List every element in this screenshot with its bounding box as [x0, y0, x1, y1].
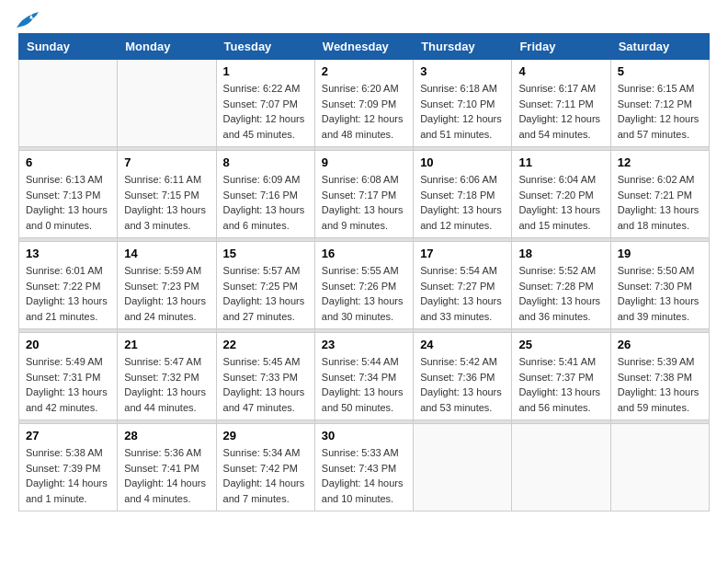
day-number: 23: [322, 338, 406, 351]
calendar-cell: 11Sunrise: 6:04 AM Sunset: 7:20 PM Dayli…: [512, 151, 610, 238]
day-number: 19: [618, 247, 702, 260]
day-number: 17: [420, 247, 505, 260]
day-number: 22: [223, 338, 308, 351]
day-info: Sunrise: 5:44 AM Sunset: 7:34 PM Dayligh…: [322, 354, 406, 415]
day-info: Sunrise: 5:34 AM Sunset: 7:42 PM Dayligh…: [223, 445, 308, 506]
day-info: Sunrise: 5:59 AM Sunset: 7:23 PM Dayligh…: [124, 263, 209, 324]
calendar-week-row: 6Sunrise: 6:13 AM Sunset: 7:13 PM Daylig…: [19, 151, 710, 238]
day-number: 6: [26, 155, 110, 169]
logo-bird-icon: [13, 11, 39, 31]
calendar-cell: 23Sunrise: 5:44 AM Sunset: 7:34 PM Dayli…: [314, 333, 413, 420]
day-number: 24: [420, 338, 505, 351]
day-number: 7: [124, 155, 209, 169]
day-info: Sunrise: 5:36 AM Sunset: 7:41 PM Dayligh…: [124, 445, 209, 506]
day-info: Sunrise: 6:15 AM Sunset: 7:12 PM Dayligh…: [618, 81, 702, 142]
calendar-cell: 22Sunrise: 5:45 AM Sunset: 7:33 PM Dayli…: [216, 333, 314, 420]
calendar-cell: 30Sunrise: 5:33 AM Sunset: 7:43 PM Dayli…: [314, 424, 413, 511]
day-info: Sunrise: 6:22 AM Sunset: 7:07 PM Dayligh…: [223, 81, 308, 142]
day-info: Sunrise: 6:09 AM Sunset: 7:16 PM Dayligh…: [223, 172, 308, 233]
day-number: 21: [124, 338, 209, 351]
day-info: Sunrise: 6:20 AM Sunset: 7:09 PM Dayligh…: [322, 81, 406, 142]
day-number: 11: [518, 155, 603, 169]
day-number: 1: [223, 64, 308, 78]
day-number: 20: [26, 338, 110, 351]
day-number: 26: [618, 338, 702, 351]
day-info: Sunrise: 5:57 AM Sunset: 7:25 PM Dayligh…: [223, 263, 308, 324]
day-info: Sunrise: 5:39 AM Sunset: 7:38 PM Dayligh…: [618, 354, 702, 415]
calendar-week-row: 13Sunrise: 6:01 AM Sunset: 7:22 PM Dayli…: [19, 242, 710, 329]
weekday-header-friday: Friday: [512, 34, 610, 60]
day-info: Sunrise: 5:42 AM Sunset: 7:36 PM Dayligh…: [420, 354, 505, 415]
calendar-cell: 1Sunrise: 6:22 AM Sunset: 7:07 PM Daylig…: [216, 60, 314, 147]
day-info: Sunrise: 6:17 AM Sunset: 7:11 PM Dayligh…: [518, 81, 603, 142]
calendar-cell: [19, 60, 118, 147]
calendar-cell: 28Sunrise: 5:36 AM Sunset: 7:41 PM Dayli…: [118, 424, 216, 511]
calendar-cell: 14Sunrise: 5:59 AM Sunset: 7:23 PM Dayli…: [118, 242, 216, 329]
calendar-cell: 4Sunrise: 6:17 AM Sunset: 7:11 PM Daylig…: [512, 60, 610, 147]
calendar-cell: 15Sunrise: 5:57 AM Sunset: 7:25 PM Dayli…: [216, 242, 314, 329]
day-info: Sunrise: 5:47 AM Sunset: 7:32 PM Dayligh…: [124, 354, 209, 415]
calendar-cell: 26Sunrise: 5:39 AM Sunset: 7:38 PM Dayli…: [610, 333, 709, 420]
weekday-header-monday: Monday: [118, 34, 216, 60]
day-number: 8: [223, 155, 308, 169]
day-info: Sunrise: 6:13 AM Sunset: 7:13 PM Dayligh…: [26, 172, 110, 233]
weekday-header-tuesday: Tuesday: [216, 34, 314, 60]
weekday-header-saturday: Saturday: [610, 34, 709, 60]
day-number: 29: [223, 429, 308, 442]
calendar-cell: 20Sunrise: 5:49 AM Sunset: 7:31 PM Dayli…: [19, 333, 118, 420]
day-info: Sunrise: 5:38 AM Sunset: 7:39 PM Dayligh…: [26, 445, 110, 506]
day-info: Sunrise: 5:49 AM Sunset: 7:31 PM Dayligh…: [26, 354, 110, 415]
day-number: 2: [322, 64, 406, 78]
calendar-week-row: 1Sunrise: 6:22 AM Sunset: 7:07 PM Daylig…: [19, 60, 710, 147]
calendar-cell: 17Sunrise: 5:54 AM Sunset: 7:27 PM Dayli…: [414, 242, 512, 329]
calendar-cell: [610, 424, 709, 511]
day-number: 16: [322, 247, 406, 260]
day-number: 15: [223, 247, 308, 260]
calendar-cell: 5Sunrise: 6:15 AM Sunset: 7:12 PM Daylig…: [610, 60, 709, 147]
calendar-cell: 9Sunrise: 6:08 AM Sunset: 7:17 PM Daylig…: [314, 151, 413, 238]
calendar-cell: 27Sunrise: 5:38 AM Sunset: 7:39 PM Dayli…: [19, 424, 118, 511]
calendar-cell: 24Sunrise: 5:42 AM Sunset: 7:36 PM Dayli…: [414, 333, 512, 420]
day-info: Sunrise: 5:41 AM Sunset: 7:37 PM Dayligh…: [518, 354, 603, 415]
calendar-cell: 6Sunrise: 6:13 AM Sunset: 7:13 PM Daylig…: [19, 151, 118, 238]
day-number: 10: [420, 155, 505, 169]
day-number: 27: [26, 429, 110, 442]
day-info: Sunrise: 5:54 AM Sunset: 7:27 PM Dayligh…: [420, 263, 505, 324]
day-number: 18: [518, 247, 603, 260]
day-number: 12: [618, 155, 702, 169]
day-number: 13: [26, 247, 110, 260]
calendar-cell: 10Sunrise: 6:06 AM Sunset: 7:18 PM Dayli…: [414, 151, 512, 238]
calendar-cell: 16Sunrise: 5:55 AM Sunset: 7:26 PM Dayli…: [314, 242, 413, 329]
day-info: Sunrise: 6:04 AM Sunset: 7:20 PM Dayligh…: [518, 172, 603, 233]
day-info: Sunrise: 6:02 AM Sunset: 7:21 PM Dayligh…: [618, 172, 702, 233]
day-number: 30: [322, 429, 406, 442]
day-number: 4: [518, 64, 603, 78]
calendar-cell: 21Sunrise: 5:47 AM Sunset: 7:32 PM Dayli…: [118, 333, 216, 420]
calendar-cell: 12Sunrise: 6:02 AM Sunset: 7:21 PM Dayli…: [610, 151, 709, 238]
weekday-header-sunday: Sunday: [19, 34, 118, 60]
day-number: 28: [124, 429, 209, 442]
day-info: Sunrise: 6:01 AM Sunset: 7:22 PM Dayligh…: [26, 263, 110, 324]
day-info: Sunrise: 5:52 AM Sunset: 7:28 PM Dayligh…: [518, 263, 603, 324]
calendar-cell: [414, 424, 512, 511]
day-info: Sunrise: 6:18 AM Sunset: 7:10 PM Dayligh…: [420, 81, 505, 142]
day-info: Sunrise: 5:33 AM Sunset: 7:43 PM Dayligh…: [322, 445, 406, 506]
day-number: 9: [322, 155, 406, 169]
calendar-week-row: 20Sunrise: 5:49 AM Sunset: 7:31 PM Dayli…: [19, 333, 710, 420]
day-number: 5: [618, 64, 702, 78]
day-info: Sunrise: 6:11 AM Sunset: 7:15 PM Dayligh…: [124, 172, 209, 233]
calendar-cell: 29Sunrise: 5:34 AM Sunset: 7:42 PM Dayli…: [216, 424, 314, 511]
calendar-cell: [118, 60, 216, 147]
day-info: Sunrise: 5:55 AM Sunset: 7:26 PM Dayligh…: [322, 263, 406, 324]
calendar-cell: 7Sunrise: 6:11 AM Sunset: 7:15 PM Daylig…: [118, 151, 216, 238]
day-info: Sunrise: 5:45 AM Sunset: 7:33 PM Dayligh…: [223, 354, 308, 415]
calendar-cell: 19Sunrise: 5:50 AM Sunset: 7:30 PM Dayli…: [610, 242, 709, 329]
calendar-cell: 8Sunrise: 6:09 AM Sunset: 7:16 PM Daylig…: [216, 151, 314, 238]
day-number: 3: [420, 64, 505, 78]
day-info: Sunrise: 5:50 AM Sunset: 7:30 PM Dayligh…: [618, 263, 702, 324]
calendar-cell: 18Sunrise: 5:52 AM Sunset: 7:28 PM Dayli…: [512, 242, 610, 329]
day-number: 25: [518, 338, 603, 351]
calendar-table: SundayMondayTuesdayWednesdayThursdayFrid…: [18, 33, 710, 511]
calendar-cell: [512, 424, 610, 511]
weekday-header-wednesday: Wednesday: [314, 34, 413, 60]
